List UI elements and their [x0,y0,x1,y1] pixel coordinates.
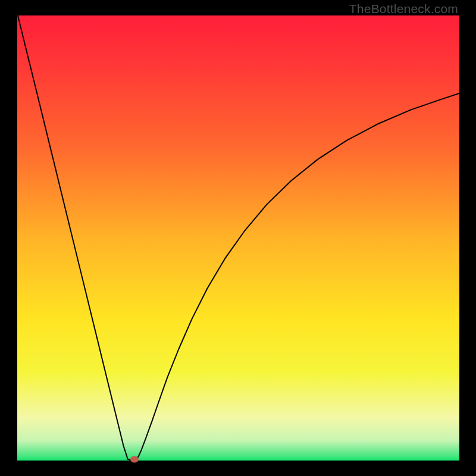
optimal-point-marker [130,456,139,462]
chart-frame: TheBottleneck.com [0,0,476,476]
plot-area [17,15,459,461]
bottleneck-curve [17,15,459,461]
watermark-text: TheBottleneck.com [349,2,458,16]
